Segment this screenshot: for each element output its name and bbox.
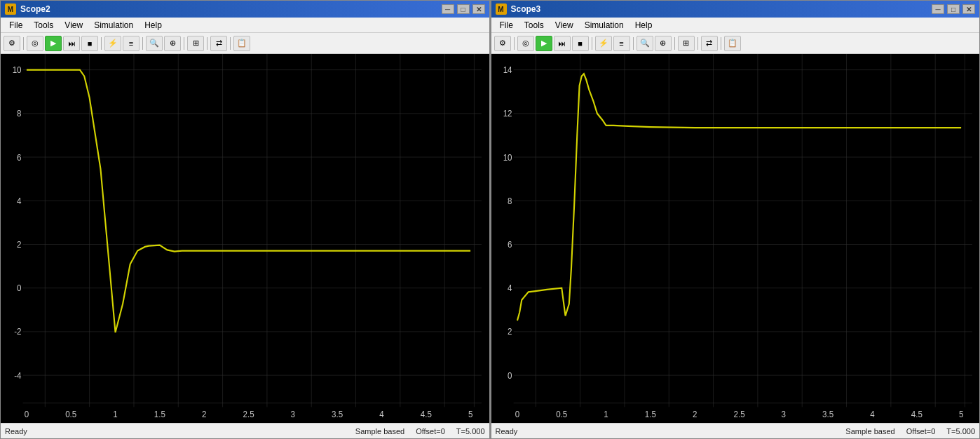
- scope3-sep1: [514, 37, 515, 50]
- svg-text:3.5: 3.5: [822, 410, 833, 419]
- svg-text:2: 2: [692, 410, 697, 419]
- scope2-sample-based: Sample based: [355, 427, 404, 435]
- scope2-minimize-btn[interactable]: ─: [442, 4, 454, 14]
- scope3-ready: Ready: [496, 427, 518, 435]
- scope2-title-text: Scope2: [20, 4, 50, 14]
- svg-text:3.5: 3.5: [332, 410, 343, 419]
- scope2-restore-btn[interactable]: ⇄: [210, 36, 227, 51]
- scope3-axes-btn[interactable]: ⊞: [678, 36, 695, 51]
- scope2-title-left: M Scope2: [5, 4, 50, 15]
- scope2-ready: Ready: [5, 427, 27, 435]
- svg-text:2: 2: [17, 240, 22, 250]
- svg-text:3: 3: [291, 410, 296, 419]
- scope3-sep4: [674, 37, 675, 50]
- svg-text:4: 4: [17, 196, 22, 205]
- scope2-zoom2-btn[interactable]: ⊕: [164, 36, 181, 51]
- scope2-menu-tools[interactable]: Tools: [28, 19, 59, 32]
- scope3-play-btn[interactable]: ▶: [536, 36, 552, 51]
- scope2-time: T=5.000: [456, 427, 485, 435]
- scope2-chart-area: 10 8 6 4 2 0 -2 -4 0 0.5 1 1.5 2 2.5 3 3…: [1, 54, 489, 423]
- scope2-chart-svg: 10 8 6 4 2 0 -2 -4 0 0.5 1 1.5 2 2.5 3 3…: [1, 54, 489, 423]
- svg-text:4: 4: [508, 283, 512, 293]
- scope2-axes-btn[interactable]: ⊞: [187, 36, 204, 51]
- scope3-step-btn[interactable]: ⏭: [554, 36, 571, 51]
- svg-text:4.5: 4.5: [421, 410, 432, 419]
- scope3-menu-file[interactable]: File: [494, 19, 519, 32]
- scope3-menu-view[interactable]: View: [550, 19, 579, 32]
- scope3-stop-btn[interactable]: ■: [572, 36, 589, 51]
- scope3-print-btn[interactable]: 📋: [724, 36, 741, 51]
- scope3-menu-bar: File Tools View Simulation Help: [491, 18, 980, 33]
- scope2-scope-btn[interactable]: ◎: [27, 36, 43, 51]
- scope2-close-btn[interactable]: ✕: [472, 4, 485, 14]
- scope2-menu-simulation[interactable]: Simulation: [88, 19, 139, 32]
- svg-text:10: 10: [503, 152, 512, 162]
- scope3-close-btn[interactable]: ✕: [962, 4, 975, 14]
- scope3-menu-help[interactable]: Help: [629, 19, 658, 32]
- scope3-menu-tools[interactable]: Tools: [519, 19, 550, 32]
- scope3-zoom2-btn[interactable]: ⊕: [655, 36, 672, 51]
- scope2-settings-btn[interactable]: ⚙: [4, 36, 20, 51]
- svg-text:2.5: 2.5: [733, 410, 744, 419]
- scope2-menu-view[interactable]: View: [59, 19, 88, 32]
- scope2-sep1: [23, 37, 24, 50]
- scope2-signal-line: [27, 70, 470, 332]
- scope2-menu-file[interactable]: File: [4, 19, 28, 32]
- scope2-zoom-btn[interactable]: 🔍: [146, 36, 163, 51]
- svg-text:4: 4: [870, 410, 875, 419]
- scope2-menu-help[interactable]: Help: [139, 19, 168, 32]
- scope3-sep2: [592, 37, 592, 50]
- scope2-stop-btn[interactable]: ■: [81, 36, 98, 51]
- scope3-param-btn[interactable]: ⚡: [595, 36, 612, 51]
- scope3-title-left: M Scope3: [496, 4, 541, 15]
- scope2-window: M Scope2 ─ □ ✕ File Tools View Simulatio…: [0, 0, 490, 439]
- scope3-sep3: [633, 37, 634, 50]
- svg-text:6: 6: [17, 152, 22, 162]
- scope2-window-controls: ─ □ ✕: [442, 4, 485, 14]
- svg-text:0: 0: [508, 370, 512, 380]
- scope2-print-btn[interactable]: 📋: [233, 36, 250, 51]
- scope3-minimize-btn[interactable]: ─: [932, 4, 944, 14]
- svg-text:12: 12: [503, 109, 512, 119]
- matlab-icon: M: [5, 4, 16, 15]
- scope2-sep3: [142, 37, 143, 50]
- scope3-param2-btn[interactable]: ≡: [613, 36, 630, 51]
- scope2-param-btn[interactable]: ⚡: [104, 36, 121, 51]
- scope3-scope-btn[interactable]: ◎: [517, 36, 534, 51]
- svg-text:0: 0: [515, 410, 519, 419]
- scope2-step-btn[interactable]: ⏭: [63, 36, 80, 51]
- scope2-param2-btn[interactable]: ≡: [123, 36, 139, 51]
- scope2-play-btn[interactable]: ▶: [45, 36, 62, 51]
- scope3-menu-simulation[interactable]: Simulation: [579, 19, 629, 32]
- svg-text:2: 2: [508, 327, 512, 337]
- scope2-maximize-btn[interactable]: □: [457, 4, 470, 14]
- scope3-sample-based: Sample based: [845, 427, 894, 435]
- svg-text:0.5: 0.5: [65, 410, 76, 419]
- scope3-chart-area: 14 12 10 8 6 4 2 0 0 0.5 1 1.5 2 2.5 3 3…: [491, 54, 980, 423]
- scope2-sep5: [207, 37, 207, 50]
- svg-text:2: 2: [202, 410, 207, 419]
- scope3-chart-svg: 14 12 10 8 6 4 2 0 0 0.5 1 1.5 2 2.5 3 3…: [491, 54, 980, 423]
- scope2-offset: Offset=0: [416, 427, 445, 435]
- scope3-sep6: [721, 37, 721, 50]
- scope2-sep2: [101, 37, 102, 50]
- svg-text:0.5: 0.5: [556, 410, 567, 419]
- scope3-title-text: Scope3: [511, 4, 541, 14]
- svg-text:8: 8: [508, 196, 512, 205]
- svg-text:5: 5: [468, 410, 473, 419]
- svg-text:4: 4: [379, 410, 384, 419]
- scope3-time: T=5.000: [946, 427, 975, 435]
- svg-text:6: 6: [508, 240, 512, 250]
- svg-text:1.5: 1.5: [644, 410, 655, 419]
- scope3-offset: Offset=0: [906, 427, 936, 435]
- svg-text:4.5: 4.5: [911, 410, 922, 419]
- svg-text:3: 3: [781, 410, 786, 419]
- scope3-window: M Scope3 ─ □ ✕ File Tools View Simulatio…: [490, 0, 981, 439]
- svg-text:-2: -2: [14, 327, 22, 337]
- scope3-settings-btn[interactable]: ⚙: [494, 36, 511, 51]
- scope3-restore-btn[interactable]: ⇄: [701, 36, 718, 51]
- scope3-zoom-btn[interactable]: 🔍: [637, 36, 653, 51]
- scope2-sep6: [230, 37, 231, 50]
- scope3-maximize-btn[interactable]: □: [947, 4, 960, 14]
- scope3-window-controls: ─ □ ✕: [932, 4, 975, 14]
